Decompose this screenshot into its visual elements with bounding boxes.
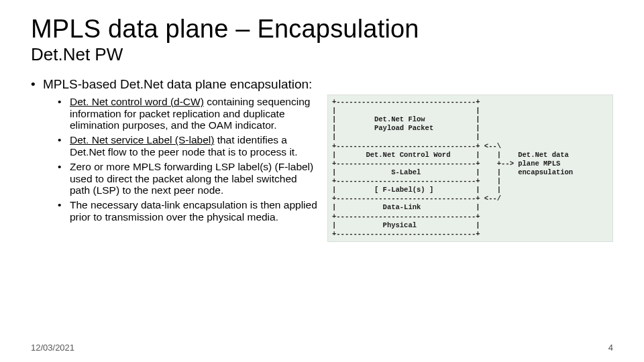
sub-bullet-lead: Det. Net service Label (S-label) xyxy=(70,134,214,145)
sub-bullet-rest: used to direct the packet along the labe… xyxy=(70,173,297,196)
bullet-main: MPLS-based Det.Net data plane encapsulat… xyxy=(31,77,319,223)
bullet-main-text: MPLS-based Det.Net data plane encapsulat… xyxy=(43,77,312,91)
footer-page-number: 4 xyxy=(608,343,613,353)
sub-bullet: Det. Net control word (d-CW) containing … xyxy=(58,96,319,131)
slide-footer: 12/03/2021 4 xyxy=(31,343,613,353)
slide-subtitle: Det.Net PW xyxy=(31,44,613,65)
slide: MPLS data plane – Encapsulation Det.Net … xyxy=(0,0,644,362)
left-column: MPLS-based Det.Net data plane encapsulat… xyxy=(31,77,319,242)
bullet-list-level2: Det. Net control word (d-CW) containing … xyxy=(43,96,319,223)
right-column: +---------------------------------+ | | … xyxy=(319,77,613,242)
slide-title: MPLS data plane – Encapsulation xyxy=(31,16,613,43)
sub-bullet: The necessary data-link encapsulation is… xyxy=(58,199,319,223)
encapsulation-stack-diagram: +---------------------------------+ | | … xyxy=(327,95,613,242)
sub-bullet-lead: Det. Net control word (d-CW) xyxy=(70,96,204,107)
sub-bullet-lead: The necessary data-link encapsulation xyxy=(70,199,248,210)
sub-bullet: Zero or more MPLS forwarding LSP label(s… xyxy=(58,161,319,196)
footer-date: 12/03/2021 xyxy=(31,343,74,353)
sub-bullet: Det. Net service Label (S-label) that id… xyxy=(58,134,319,158)
slide-body: MPLS-based Det.Net data plane encapsulat… xyxy=(31,77,613,242)
sub-bullet-lead: Zero or more MPLS forwarding LSP label(s… xyxy=(70,161,313,172)
bullet-list-level1: MPLS-based Det.Net data plane encapsulat… xyxy=(31,77,319,223)
